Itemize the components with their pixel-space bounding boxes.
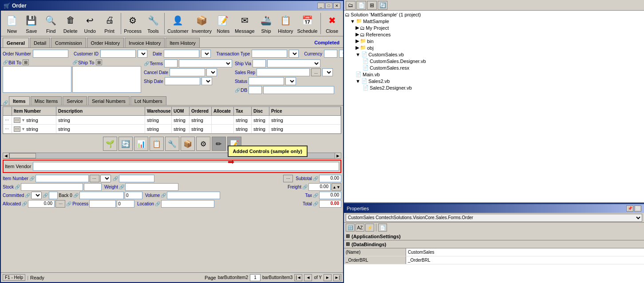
history-button[interactable]: 📋 History [277, 12, 295, 35]
tree-solution-root[interactable]: 🗂 Solution 'MattSample' (1 project) [345, 12, 643, 18]
prop-sort-category[interactable]: 🔡 [346, 224, 355, 232]
volume-input[interactable] [167, 192, 220, 199]
grid-cell-uom-0[interactable]: string [172, 116, 190, 124]
grid-cell-tax-0[interactable]: string [234, 116, 252, 124]
transaction-type-select[interactable] [289, 50, 299, 58]
item-vendor-input[interactable] [33, 162, 339, 171]
prop-pin-btn[interactable]: 📌 [626, 205, 633, 212]
inventory-button[interactable]: 📦 Inventory [190, 12, 213, 35]
committed-select[interactable] [31, 192, 42, 199]
tab-misc-items[interactable]: Misc Items [31, 96, 62, 105]
tree-sales2[interactable]: ▼ 📄 Sales2.vb [345, 78, 643, 84]
customer-id-select[interactable] [138, 50, 147, 58]
grid-cell-description-1[interactable]: string [56, 125, 145, 133]
customer-button[interactable]: 👤 Customer [166, 12, 190, 35]
prop-section-app-settings[interactable]: ⊞ (ApplicationSettings) [344, 232, 644, 240]
item-number-bottom-input[interactable] [36, 175, 89, 182]
grid-tool-7[interactable]: ⚙ [196, 137, 210, 151]
tree-obj[interactable]: ▶ 📁 obj [345, 44, 643, 51]
new-button[interactable]: 📄 New [3, 12, 21, 35]
grid-tool-8[interactable]: ✏ [212, 137, 226, 151]
location-input[interactable] [161, 200, 214, 208]
prop-orderbrl-value[interactable]: _OrderBRL [406, 256, 644, 264]
scroll-thumb[interactable] [9, 153, 36, 158]
undo-button[interactable]: ↩ Undo [81, 12, 99, 35]
back-input[interactable] [79, 192, 124, 199]
scroll-right-btn[interactable]: ► [335, 153, 341, 158]
item-browse-btn-1[interactable]: ⋯ [14, 126, 20, 132]
prop-float-btn[interactable]: ⬜ [634, 205, 641, 212]
tree-mattsample[interactable]: ▼ 📁 MattSample [345, 18, 643, 24]
grid-cell-tax-1[interactable]: string [234, 125, 252, 133]
maximize-button[interactable]: □ [325, 3, 332, 9]
currency-select[interactable] [339, 50, 343, 58]
minimize-button[interactable]: _ [317, 3, 324, 9]
nav-next-btn[interactable]: ► [324, 274, 332, 281]
tree-bin[interactable]: ▶ 📁 bin [345, 38, 643, 44]
allocated-btn[interactable]: ⋯ [55, 200, 65, 208]
sales-rep-select[interactable] [322, 68, 333, 76]
notes-button[interactable]: 📝 Notes [214, 12, 233, 35]
tree-sales2-designer[interactable]: 📄 Sales2.Designer.vb [345, 84, 643, 91]
bill-to-textarea[interactable] [3, 66, 71, 93]
back-value[interactable] [125, 192, 142, 199]
tree-customsales[interactable]: ▼ 📄 CustomSales.vb [345, 51, 643, 58]
tab-commission[interactable]: Commission [51, 38, 86, 47]
item-number-bottom-select[interactable] [100, 175, 111, 182]
tab-invoice-history[interactable]: Invoice History [125, 38, 165, 47]
grid-cell-allocate-0[interactable] [212, 116, 234, 124]
tree-customsales-designer[interactable]: 📄 CustomSales.Designer.vb [345, 58, 643, 64]
prop-sort-alpha[interactable]: AZ [356, 224, 364, 232]
schedule-button[interactable]: 📅 Schedule [296, 12, 319, 35]
grid-cell-uom-1[interactable]: string [172, 125, 190, 133]
cancel-date-dropdown[interactable] [206, 68, 217, 76]
message-button[interactable]: ✉ Message [233, 12, 256, 35]
nav-first-btn[interactable]: |◄ [294, 274, 302, 281]
delete-button[interactable]: 🗑 Delete [61, 12, 80, 35]
close-form-button[interactable]: ✖ Close [323, 12, 341, 35]
process-input[interactable] [89, 200, 116, 208]
ship-to-textarea[interactable] [72, 66, 141, 93]
sol-tool-3[interactable]: ⊞ [367, 1, 377, 10]
grid-tool-6[interactable]: 📦 [181, 137, 195, 151]
tools-button[interactable]: 🔧 Tools [144, 12, 162, 35]
item-extra-input[interactable] [119, 175, 154, 182]
grid-tool-2[interactable]: 🔄 [119, 137, 133, 151]
tab-items[interactable]: Items [9, 96, 30, 105]
grid-row[interactable]: ⋯ ⋯ ▼ string string string string string… [3, 125, 341, 134]
ship-via-input[interactable] [253, 59, 266, 67]
tree-my-project[interactable]: ▶ 🗂 My Project [345, 24, 643, 31]
item-btn2[interactable]: ⋯ [283, 175, 293, 182]
status-input[interactable] [249, 77, 284, 85]
ship-date-input[interactable] [165, 77, 200, 85]
grid-cell-warehouse-0[interactable]: string [145, 116, 172, 124]
prop-selector[interactable]: CustomSales ComtechSolutions.VisionCore.… [346, 214, 642, 222]
grid-row[interactable]: ⋯ ⋯ ▼ string string string string string… [3, 116, 341, 125]
tab-general[interactable]: General [3, 38, 29, 47]
prop-row-name[interactable]: (Name) CustomSales [344, 248, 644, 256]
nav-last-btn[interactable]: ►| [333, 274, 341, 281]
item-browse-btn[interactable]: ⋯ [14, 118, 20, 123]
ship-to-expand[interactable]: ⊞ [96, 59, 102, 65]
grid-cell-description-0[interactable]: string [56, 116, 145, 124]
grid-tool-1[interactable]: 🌱 [103, 137, 117, 151]
grid-cell-price-0[interactable]: string [269, 116, 341, 124]
tree-main-vb[interactable]: 📄 Main.vb [345, 71, 643, 78]
grid-cell-allocate-1[interactable] [212, 125, 234, 133]
item-browse-bottom[interactable]: ⋯ [90, 175, 99, 182]
terms-input[interactable] [164, 59, 178, 67]
process-value[interactable] [117, 200, 134, 208]
currency-input[interactable] [324, 50, 337, 58]
prop-view-btn[interactable]: 📄 [378, 224, 387, 232]
tab-serial-numbers[interactable]: Serial Numbers [88, 96, 130, 105]
grid-tool-5[interactable]: 🔧 [165, 137, 179, 151]
grid-cell-item-number-1[interactable]: ⋯ ▼ string [12, 125, 56, 133]
nav-prev-btn[interactable]: ◄ [304, 274, 312, 281]
date-input[interactable] [164, 50, 199, 58]
sales-rep-btn[interactable]: ... [311, 68, 321, 76]
sales-rep-input[interactable] [257, 68, 310, 76]
grid-cell-ordered-0[interactable]: string [190, 116, 212, 124]
grid-cell-price-1[interactable]: string [269, 125, 341, 133]
grid-cell-disc-0[interactable]: string [252, 116, 269, 124]
grid-cell-item-number[interactable]: ⋯ ▼ string [12, 116, 56, 124]
